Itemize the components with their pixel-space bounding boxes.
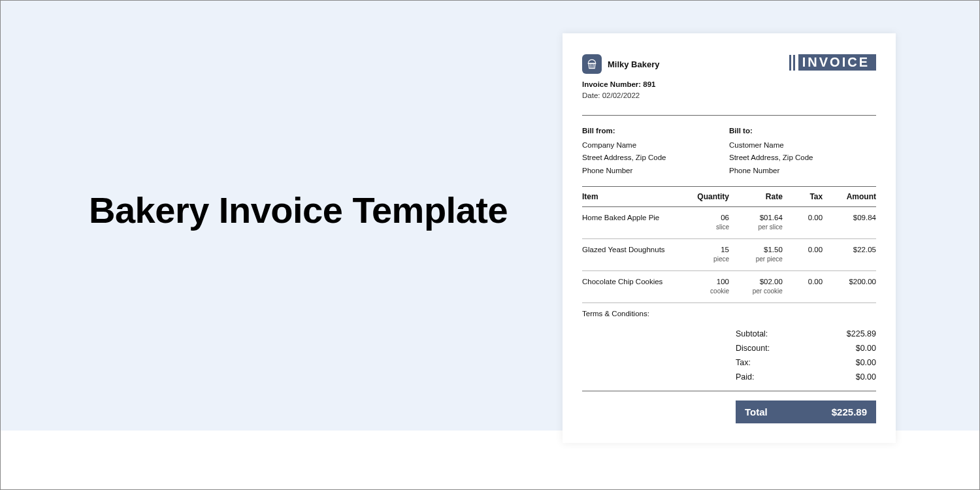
cell-qty: 06slice (683, 214, 729, 231)
cell-amount: $09.84 (823, 214, 876, 221)
cell-qty: 15piece (683, 246, 729, 263)
invoice-badge: INVOICE (789, 54, 876, 71)
cell-rate: $01.64per slice (729, 214, 783, 231)
totals-block: Subtotal:$225.89 Discount:$0.00 Tax:$0.0… (736, 327, 876, 384)
bill-to-address: Street Address, Zip Code (729, 152, 876, 165)
invoice-meta: Invoice Number: 891 Date: 02/02/2022 (582, 80, 876, 99)
discount-label: Discount: (736, 344, 770, 353)
th-rate: Rate (729, 192, 783, 201)
subtotal-value: $225.89 (847, 329, 876, 338)
table-header: Item Quantity Rate Tax Amount (582, 186, 876, 207)
addresses: Bill from: Company Name Street Address, … (582, 116, 876, 186)
cell-amount: $200.00 (823, 278, 876, 286)
th-amount: Amount (823, 192, 876, 201)
invoice-date: Date: 02/02/2022 (582, 91, 876, 99)
bill-from-address: Street Address, Zip Code (582, 152, 729, 165)
discount-value: $0.00 (856, 344, 876, 353)
bill-to-customer: Customer Name (729, 139, 876, 152)
divider (582, 391, 876, 391)
brand-block: Milky Bakery (582, 54, 660, 74)
th-item: Item (582, 192, 683, 201)
invoice-header: Milky Bakery INVOICE (582, 54, 876, 74)
cell-qty: 100cookie (683, 278, 729, 295)
table-row: Home Baked Apple Pie 06slice $01.64per s… (582, 207, 876, 239)
page-title: Bakery Invoice Template (89, 184, 508, 237)
badge-bars-icon (789, 55, 795, 71)
table-row: Glazed Yeast Doughnuts 15piece $1.50per … (582, 239, 876, 271)
bill-to: Bill to: Customer Name Street Address, Z… (729, 125, 876, 177)
cell-tax: 0.00 (783, 278, 823, 286)
cell-tax: 0.00 (783, 214, 823, 221)
invoice-badge-text: INVOICE (798, 54, 876, 71)
invoice-number: Invoice Number: 891 (582, 80, 876, 88)
bill-from-company: Company Name (582, 139, 729, 152)
grand-total-value: $225.89 (832, 406, 867, 417)
bill-to-phone: Phone Number (729, 165, 876, 178)
cell-item: Home Baked Apple Pie (582, 214, 683, 221)
invoice-card: Milky Bakery INVOICE Invoice Number: 891… (563, 33, 896, 443)
tax-label: Tax: (736, 358, 751, 367)
cell-item: Chocolate Chip Cookies (582, 278, 683, 286)
grand-total: Total $225.89 (736, 400, 876, 423)
subtotal-label: Subtotal: (736, 329, 768, 338)
table-row: Chocolate Chip Cookies 100cookie $02.00p… (582, 271, 876, 302)
terms-label: Terms & Conditions: (582, 302, 876, 318)
cell-tax: 0.00 (783, 246, 823, 253)
bill-to-heading: Bill to: (729, 125, 876, 138)
th-qty: Quantity (683, 192, 729, 201)
brand-name: Milky Bakery (608, 59, 660, 69)
grand-total-label: Total (745, 406, 768, 417)
muffin-icon (582, 54, 602, 74)
bill-from-phone: Phone Number (582, 165, 729, 178)
th-tax: Tax (783, 192, 823, 201)
cell-rate: $02.00per cookie (729, 278, 783, 295)
cell-item: Glazed Yeast Doughnuts (582, 246, 683, 253)
cell-rate: $1.50per piece (729, 246, 783, 263)
tax-value: $0.00 (856, 358, 876, 367)
paid-value: $0.00 (856, 372, 876, 382)
bill-from: Bill from: Company Name Street Address, … (582, 125, 729, 177)
bill-from-heading: Bill from: (582, 125, 729, 138)
paid-label: Paid: (736, 372, 755, 382)
table-body: Home Baked Apple Pie 06slice $01.64per s… (582, 207, 876, 302)
cell-amount: $22.05 (823, 246, 876, 253)
